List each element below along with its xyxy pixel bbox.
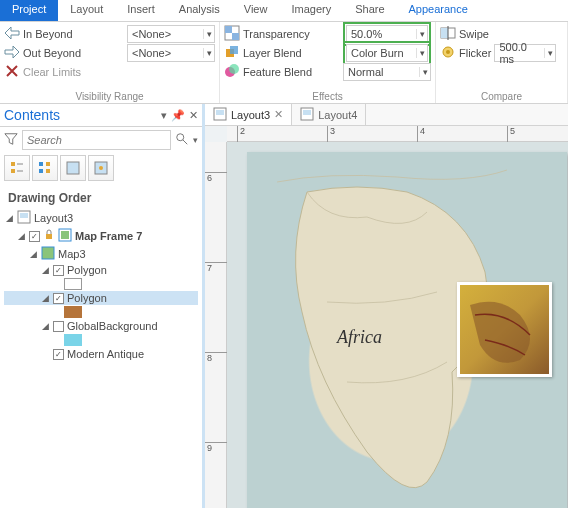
group-effects-label: Effects [224,90,431,103]
layer-blend-value: Color Burn [351,47,404,59]
menu-icon[interactable]: ▾ [161,109,167,122]
transparency-value: 50.0% [351,28,382,40]
list-by-selection-icon[interactable] [60,155,86,181]
out-beyond-combo[interactable]: <None>▾ [127,44,215,62]
polygon2-swatch [64,306,82,318]
doc-tab-layout3[interactable]: Layout3 ✕ [205,104,292,125]
map-frame-icon [58,228,72,244]
tab-view[interactable]: View [232,0,280,21]
transparency-label: Transparency [243,28,310,40]
out-beyond-value: <None> [132,47,171,59]
polygon1-swatch-row [4,277,198,291]
node-modern-antique[interactable]: ◢ ✓ Modern Antique [4,347,198,361]
node-polygon1[interactable]: ◢ ✓ Polygon [4,263,198,277]
svg-rect-18 [39,162,43,166]
lock-icon [43,229,55,243]
doc-tab-layout4-label: Layout4 [318,109,357,121]
tab-appearance[interactable]: Appearance [397,0,480,21]
svg-point-24 [99,166,103,170]
pin-icon[interactable]: 📌 [171,109,185,122]
node-map3[interactable]: ◢ Map3 [4,245,198,263]
ruler-tick: 9 [205,442,227,453]
map-icon [41,246,55,262]
svg-rect-15 [11,169,15,173]
polygon2-checkbox[interactable]: ✓ [53,293,64,304]
out-beyond-icon [4,44,20,62]
modern-label: Modern Antique [67,348,144,360]
tab-imagery[interactable]: Imagery [279,0,343,21]
close-icon[interactable]: ✕ [189,109,198,122]
globalbg-swatch [64,334,82,346]
flicker-icon [440,44,456,62]
feature-blend-combo[interactable]: Normal▾ [343,63,431,81]
node-layout3[interactable]: ◢ Layout3 [4,209,198,227]
in-beyond-label[interactable]: In Beyond [23,28,73,40]
document-area: Layout3 ✕ Layout4 2 3 4 5 6 7 8 9 [205,104,568,508]
feature-blend-value: Normal [348,66,383,78]
swipe-icon [440,25,456,43]
layout-label: Layout3 [34,212,73,224]
group-compare-label: Compare [440,90,563,103]
out-beyond-label[interactable]: Out Beyond [23,47,81,59]
ruler-tick: 2 [237,126,245,142]
svg-point-11 [446,50,450,54]
list-by-drawing-icon[interactable] [4,155,30,181]
node-global-bg[interactable]: ◢ GlobalBackground [4,319,198,333]
map-label-africa: Africa [337,327,382,348]
tab-project[interactable]: Project [0,0,58,21]
tab-share[interactable]: Share [343,0,396,21]
doc-tab-layout3-label: Layout3 [231,109,270,121]
ruler-tick: 8 [205,352,227,363]
list-by-source-icon[interactable] [32,155,58,181]
close-tab-icon[interactable]: ✕ [274,108,283,121]
globalbg-label: GlobalBackground [67,320,158,332]
svg-rect-1 [225,26,232,33]
svg-rect-19 [39,169,43,173]
search-menu-icon[interactable]: ▾ [193,135,198,145]
swipe-button[interactable]: Swipe [459,28,489,40]
tab-insert[interactable]: Insert [115,0,167,21]
document-tabs: Layout3 ✕ Layout4 [205,104,568,126]
node-map-frame[interactable]: ◢ ✓ Map Frame 7 [4,227,198,245]
svg-rect-34 [303,110,311,115]
node-polygon2[interactable]: ◢ ✓ Polygon [4,291,198,305]
flicker-combo[interactable]: 500.0 ms▾ [494,44,556,62]
search-icon[interactable] [175,132,189,148]
svg-rect-22 [67,162,79,174]
globalbg-swatch-row [4,333,198,347]
polygon1-swatch [64,278,82,290]
layout-canvas[interactable]: Africa [227,142,568,508]
layer-blend-combo[interactable]: Color Burn▾ [346,44,428,62]
flicker-button[interactable]: Flicker [459,47,491,59]
ruler-tick: 6 [205,172,227,183]
polygon1-checkbox[interactable]: ✓ [53,265,64,276]
group-visibility-range: In Beyond <None>▾ Out Beyond <None>▾ Cle… [0,22,220,103]
in-beyond-combo[interactable]: <None>▾ [127,25,215,43]
svg-line-13 [183,140,187,144]
clear-limits-icon [4,63,20,81]
svg-rect-32 [216,110,224,115]
filter-icon[interactable] [4,132,18,148]
clear-limits-button[interactable]: Clear Limits [23,66,81,78]
in-beyond-icon [4,25,20,43]
modern-checkbox[interactable]: ✓ [53,349,64,360]
map-frame-checkbox[interactable]: ✓ [29,231,40,242]
flicker-value: 500.0 ms [499,41,544,65]
tab-analysis[interactable]: Analysis [167,0,232,21]
svg-rect-30 [42,247,54,259]
map-label: Map3 [58,248,86,260]
contents-tree: Drawing Order ◢ Layout3 ◢ ✓ Map Frame 7 … [0,185,202,369]
menu-tabs: Project Layout Insert Analysis View Imag… [0,0,568,22]
tab-layout[interactable]: Layout [58,0,115,21]
feature-blend-label: Feature Blend [243,66,312,78]
search-input[interactable] [22,130,171,150]
polygon1-label: Polygon [67,264,107,276]
transparency-icon [224,25,240,43]
group-compare: Swipe Flicker 500.0 ms▾ Compare [436,22,568,103]
ruler-tick: 4 [417,126,425,142]
list-by-snapping-icon[interactable] [88,155,114,181]
group-effects: Transparency 50.0%▾ Layer Blend Color Bu… [220,22,436,103]
layout-page: Africa [247,152,567,508]
doc-tab-layout4[interactable]: Layout4 [292,104,366,125]
globalbg-checkbox[interactable] [53,321,64,332]
